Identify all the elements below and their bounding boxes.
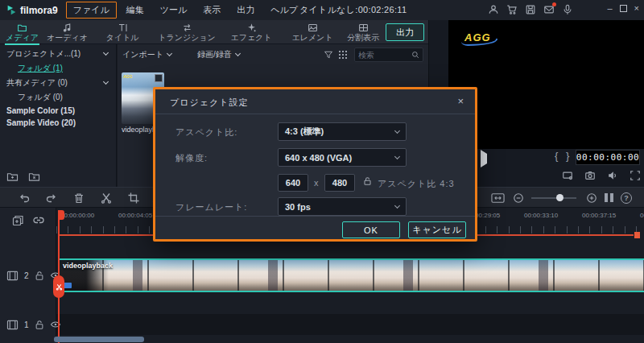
delete-folder-icon[interactable] [28, 172, 40, 182]
project-settings-dialog: プロジェクト設定 × アスペクト比: 4:3 (標準) 解像度: 640 x 4… [153, 87, 477, 242]
framerate-select[interactable]: 30 fps [278, 197, 407, 216]
account-icon[interactable] [488, 4, 499, 15]
sidebar-item-folder-1[interactable]: フォルダ (1) [0, 61, 116, 76]
thumbnail-watermark: AGG [123, 74, 132, 79]
playhead-flag[interactable] [59, 210, 64, 220]
tab-effects[interactable]: エフェクト [219, 20, 283, 44]
timeline-horizontal-scrollbar[interactable] [54, 337, 144, 342]
menu-export[interactable]: 出力 [230, 2, 261, 18]
mark-in-icon[interactable]: { [555, 151, 558, 161]
divider [155, 216, 475, 217]
app-logo: filmora9 [6, 5, 58, 16]
grid-view-icon[interactable] [338, 50, 348, 60]
ruler-label: 00:00:33:10 [524, 212, 558, 219]
thumbnail-corner-icon [155, 74, 163, 82]
fullscreen-icon[interactable] [630, 170, 641, 181]
chevron-down-icon [167, 51, 172, 56]
ok-button[interactable]: OK [342, 221, 400, 238]
menu-help[interactable]: ヘルプ [264, 2, 304, 18]
chevron-down-icon [394, 128, 400, 134]
sidebar-item-shared-media[interactable]: 共有メディア (0) [0, 76, 116, 90]
menu-tools[interactable]: ツール [154, 2, 194, 18]
preview-timecode: 00:00:00:00 [576, 150, 640, 165]
search-input[interactable] [358, 51, 411, 60]
video-track-lane[interactable] [56, 314, 644, 335]
ruler-label: 00:00:00:00 [60, 212, 94, 219]
sidebar-item-sample-video[interactable]: Sample Video (20) [0, 117, 116, 129]
search-box [354, 48, 423, 62]
add-track-icon[interactable] [11, 214, 24, 227]
height-input[interactable] [324, 174, 355, 192]
snapshot-camera-icon[interactable] [584, 170, 596, 181]
playhead-grip[interactable] [53, 275, 64, 298]
split-scissors-icon [56, 283, 63, 291]
aspect-lock-icon[interactable] [363, 176, 372, 186]
record-menu[interactable]: 録画/録音 [197, 49, 240, 60]
delete-icon[interactable] [72, 192, 85, 205]
lock-icon[interactable] [35, 271, 44, 281]
maximize-button[interactable] [620, 5, 627, 12]
mail-icon[interactable] [543, 4, 555, 15]
link-icon[interactable] [32, 214, 45, 227]
import-menu[interactable]: インポート [122, 49, 171, 60]
top-bar: filmora9 ファイル 編集 ツール 表示 出力 ヘルプ タイトルなし:00… [0, 0, 644, 20]
menu-view[interactable]: 表示 [196, 2, 227, 18]
clip-label: videoplayback [63, 262, 113, 270]
export-button[interactable]: 出力 [386, 23, 424, 41]
play-icon[interactable] [481, 154, 487, 163]
undo-icon[interactable] [18, 192, 31, 205]
sidebar-item-sample-color[interactable]: Sample Color (15) [0, 105, 116, 117]
dialog-close-icon[interactable]: × [457, 95, 464, 107]
minimize-button[interactable]: – [607, 3, 612, 13]
fit-timeline-icon[interactable] [491, 192, 505, 204]
tab-split-screen[interactable]: 分割表示 [341, 20, 385, 44]
close-button[interactable]: × [634, 3, 639, 13]
chevron-down-icon[interactable] [103, 79, 109, 85]
timeline-clip-videoplayback[interactable]: videoplayback [59, 258, 644, 292]
menu-bar: ファイル 編集 ツール 表示 出力 ヘルプ [66, 2, 304, 19]
tab-elements[interactable]: エレメント [283, 20, 341, 44]
help-icon[interactable]: ? [621, 192, 632, 204]
track-number: 1 [24, 320, 29, 329]
dialog-title: プロジェクト設定 [170, 97, 249, 109]
volume-icon[interactable] [607, 170, 618, 181]
tab-media[interactable]: メディア [0, 20, 44, 44]
cart-icon[interactable] [506, 4, 518, 15]
redo-icon[interactable] [45, 192, 58, 205]
resolution-select[interactable]: 640 x 480 (VGA) [278, 148, 407, 167]
tab-transitions[interactable]: トランジション [155, 20, 219, 44]
sidebar-item-project-media[interactable]: プロジェクトメ...(1) [0, 47, 116, 61]
crop-icon[interactable] [127, 192, 140, 205]
clip-duration-end-marker[interactable] [634, 232, 640, 238]
media-library-sidebar: プロジェクトメ...(1) フォルダ (1) 共有メディア (0) フォルダ (… [0, 44, 117, 187]
save-icon[interactable] [525, 4, 536, 15]
add-folder-icon[interactable] [6, 172, 19, 182]
lock-icon[interactable] [35, 320, 44, 330]
split-screen-icon [358, 23, 369, 33]
mark-out-icon[interactable]: } [566, 151, 569, 161]
menu-edit[interactable]: 編集 [120, 2, 151, 18]
sidebar-item-folder-0[interactable]: フォルダ (0) [0, 90, 116, 105]
render-bars-icon[interactable] [605, 193, 613, 202]
ruler-label: 00:00:37:15 [582, 212, 616, 219]
tab-audio[interactable]: オーディオ [44, 20, 90, 44]
zoom-slider-track[interactable] [531, 197, 576, 199]
multiply-label: x [314, 178, 320, 188]
aspect-ratio-select[interactable]: 4:3 (標準) [278, 122, 407, 141]
cancel-button[interactable]: キャンセル [408, 221, 466, 238]
microphone-icon[interactable] [562, 4, 573, 15]
display-device-icon[interactable] [562, 170, 573, 181]
width-input[interactable] [278, 174, 308, 192]
tab-titles[interactable]: タイトル [90, 20, 155, 44]
zoom-slider-knob[interactable] [556, 194, 564, 201]
app-logo-text: filmora9 [20, 5, 58, 16]
menu-file[interactable]: ファイル [66, 2, 117, 19]
filter-icon[interactable] [324, 50, 333, 60]
agg-watermark: AGG [464, 31, 491, 43]
chevron-down-icon[interactable] [103, 50, 109, 56]
framerate-label: フレームレート: [175, 201, 247, 213]
cut-scissors-icon[interactable] [100, 192, 113, 205]
zoom-out-icon[interactable] [513, 192, 524, 204]
zoom-in-icon[interactable] [586, 192, 597, 204]
resolution-label: 解像度: [175, 152, 208, 164]
